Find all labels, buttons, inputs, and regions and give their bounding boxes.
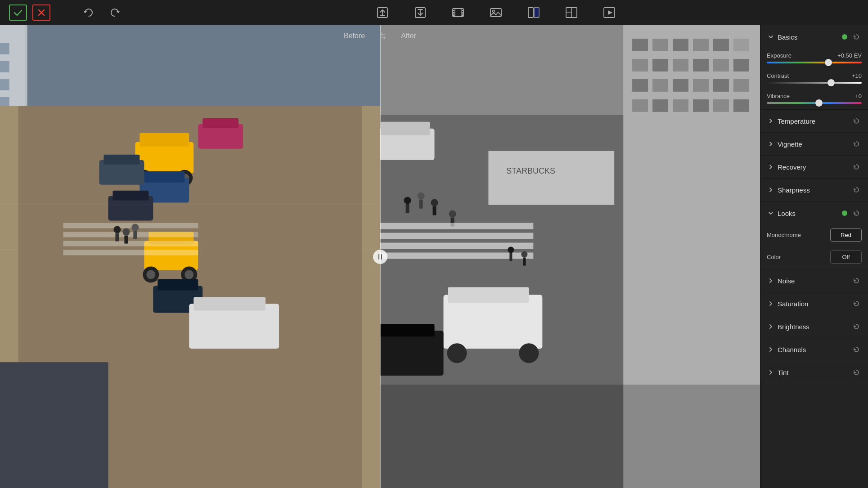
upload-button[interactable] bbox=[373, 3, 392, 22]
svg-point-70 bbox=[131, 224, 139, 231]
basics-reset-icon[interactable] bbox=[851, 31, 862, 42]
exposure-row: Exposure +0.50 EV bbox=[760, 49, 868, 69]
download-button[interactable] bbox=[410, 3, 430, 22]
split-handle[interactable] bbox=[373, 250, 387, 264]
svg-rect-128 bbox=[523, 257, 526, 265]
basics-header[interactable]: Basics bbox=[760, 25, 868, 49]
noise-reset-icon[interactable] bbox=[851, 275, 862, 286]
saturation-reset-icon[interactable] bbox=[851, 298, 862, 309]
vibrance-value: +0 bbox=[855, 93, 862, 99]
image-button[interactable] bbox=[486, 3, 506, 22]
svg-point-111 bbox=[449, 210, 456, 218]
contrast-label-row: Contrast +10 bbox=[767, 72, 862, 79]
accept-button[interactable] bbox=[9, 4, 27, 21]
recovery-section[interactable]: Recovery bbox=[760, 156, 868, 179]
svg-rect-33 bbox=[0, 79, 9, 90]
svg-rect-62 bbox=[63, 241, 198, 246]
saturation-section[interactable]: Saturation bbox=[760, 292, 868, 315]
noise-chevron-right-icon bbox=[767, 277, 775, 285]
film-button[interactable] bbox=[448, 3, 468, 22]
after-label[interactable]: After bbox=[392, 28, 425, 44]
sharpness-reset-icon[interactable] bbox=[851, 184, 862, 195]
svg-point-18 bbox=[492, 10, 495, 12]
looks-chevron-down-icon bbox=[767, 209, 775, 217]
tint-title: Tint bbox=[778, 369, 851, 376]
contrast-row: Contrast +10 bbox=[760, 69, 868, 89]
vibrance-track[interactable] bbox=[767, 102, 862, 104]
svg-rect-65 bbox=[193, 297, 265, 310]
svg-rect-88 bbox=[713, 59, 729, 72]
svg-point-127 bbox=[521, 251, 527, 258]
svg-rect-61 bbox=[63, 232, 198, 237]
noise-title: Noise bbox=[778, 277, 851, 285]
svg-point-109 bbox=[431, 199, 438, 206]
svg-point-107 bbox=[417, 193, 424, 200]
basics-active-dot bbox=[842, 34, 847, 40]
channels-section[interactable]: Channels bbox=[760, 338, 868, 361]
svg-point-125 bbox=[508, 247, 514, 253]
svg-rect-51 bbox=[144, 171, 184, 183]
svg-rect-89 bbox=[733, 59, 749, 72]
svg-rect-11 bbox=[453, 14, 454, 16]
svg-rect-100 bbox=[713, 99, 729, 112]
svg-rect-99 bbox=[693, 99, 708, 112]
temperature-title: Temperature bbox=[778, 117, 851, 125]
basics-title: Basics bbox=[778, 33, 842, 41]
temperature-reset-icon[interactable] bbox=[851, 116, 862, 126]
noise-section[interactable]: Noise bbox=[760, 269, 868, 292]
color-row: Color Off bbox=[760, 247, 868, 269]
sharpness-title: Sharpness bbox=[778, 186, 851, 194]
svg-rect-113 bbox=[380, 223, 533, 229]
channels-reset-icon[interactable] bbox=[851, 344, 862, 355]
looks-header[interactable]: Looks bbox=[760, 201, 868, 225]
exposure-track[interactable] bbox=[767, 62, 862, 63]
svg-point-105 bbox=[404, 197, 411, 204]
panel-button[interactable] bbox=[562, 3, 581, 22]
basics-section: Basics Exposure +0.50 EV bbox=[760, 25, 868, 110]
temperature-chevron-right-icon bbox=[767, 117, 775, 125]
svg-point-120 bbox=[519, 343, 539, 363]
svg-rect-10 bbox=[453, 12, 454, 13]
svg-rect-118 bbox=[448, 287, 529, 303]
swap-button[interactable] bbox=[374, 27, 392, 45]
svg-rect-94 bbox=[713, 79, 729, 92]
exposure-thumb[interactable] bbox=[825, 59, 832, 66]
svg-rect-59 bbox=[157, 279, 198, 290]
svg-rect-9 bbox=[453, 10, 454, 11]
redo-button[interactable] bbox=[105, 3, 125, 22]
recovery-reset-icon[interactable] bbox=[851, 161, 862, 172]
contrast-track[interactable] bbox=[767, 82, 862, 84]
svg-rect-91 bbox=[652, 79, 668, 92]
looks-reset-icon[interactable] bbox=[851, 208, 862, 219]
svg-rect-121 bbox=[380, 331, 444, 376]
svg-rect-71 bbox=[133, 231, 137, 239]
tint-reset-icon[interactable] bbox=[851, 367, 862, 378]
reject-button[interactable] bbox=[32, 4, 50, 21]
brightness-chevron-right-icon bbox=[767, 322, 775, 331]
svg-rect-19 bbox=[528, 8, 533, 18]
color-value-button[interactable]: Off bbox=[830, 251, 862, 264]
svg-text:STARBUCKS: STARBUCKS bbox=[506, 166, 555, 175]
channels-chevron-right-icon bbox=[767, 345, 775, 354]
tint-section[interactable]: Tint bbox=[760, 361, 868, 384]
undo-button[interactable] bbox=[78, 3, 98, 22]
svg-rect-96 bbox=[632, 99, 648, 112]
split-container: STARBUCKS bbox=[0, 25, 760, 488]
compare-button[interactable] bbox=[524, 3, 544, 22]
contrast-thumb[interactable] bbox=[828, 79, 835, 86]
monochrome-value-button[interactable]: Red bbox=[830, 228, 862, 242]
color-label: Color bbox=[767, 254, 830, 260]
svg-rect-86 bbox=[673, 59, 688, 72]
exposure-label-row: Exposure +0.50 EV bbox=[767, 52, 862, 59]
vibrance-thumb[interactable] bbox=[815, 99, 823, 107]
sharpness-section[interactable]: Sharpness bbox=[760, 179, 868, 201]
brightness-reset-icon[interactable] bbox=[851, 321, 862, 332]
before-label[interactable]: Before bbox=[335, 28, 374, 44]
brightness-section[interactable]: Brightness bbox=[760, 315, 868, 338]
play-button[interactable] bbox=[599, 3, 619, 22]
temperature-section[interactable]: Temperature bbox=[760, 110, 868, 133]
vignette-reset-icon[interactable] bbox=[851, 139, 862, 149]
svg-rect-63 bbox=[63, 250, 198, 255]
vignette-section[interactable]: Vignette bbox=[760, 133, 868, 156]
svg-rect-93 bbox=[693, 79, 708, 92]
